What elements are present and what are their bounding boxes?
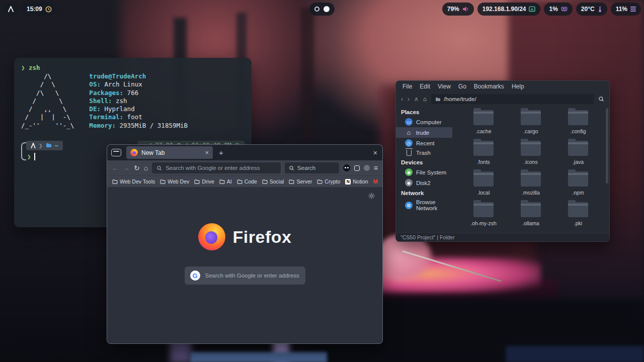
tab-title: New Tab bbox=[141, 149, 165, 156]
file-item[interactable]: .local bbox=[460, 171, 507, 196]
firefox-view-icon[interactable] bbox=[111, 149, 121, 156]
file-item[interactable]: .icons bbox=[507, 141, 554, 165]
app-menu-icon[interactable]: ≡ bbox=[374, 164, 378, 171]
sidebar-label: Computer bbox=[416, 119, 442, 125]
file-item[interactable]: .oh-my-zsh bbox=[460, 202, 507, 226]
sidebar-item-trash[interactable]: Trash bbox=[396, 148, 452, 157]
file-name: .cache bbox=[476, 128, 492, 134]
menu-edit[interactable]: Edit bbox=[420, 83, 430, 90]
nav-up-button[interactable]: ∧ bbox=[414, 96, 419, 103]
workspace-indicator[interactable] bbox=[309, 3, 335, 16]
bookmark-folder[interactable]: Code bbox=[237, 178, 257, 185]
fetch-value: Hyprland bbox=[101, 105, 135, 113]
menu-go[interactable]: Go bbox=[458, 83, 466, 90]
fetch-label: Shell: bbox=[89, 97, 112, 105]
file-item[interactable]: .cargo bbox=[507, 110, 554, 134]
fetch-value: foot bbox=[123, 113, 142, 121]
menu-bookmarks[interactable]: Bookmarks bbox=[474, 83, 504, 90]
privacy-extension-icon[interactable] bbox=[343, 164, 350, 171]
account-icon[interactable] bbox=[364, 165, 370, 171]
sidebar-item-disk2[interactable]: ◉Disk2 bbox=[396, 177, 452, 188]
folder-icon bbox=[568, 171, 588, 187]
home-icon: ⌂ bbox=[405, 129, 413, 136]
menu-help[interactable]: Help bbox=[512, 83, 524, 90]
bookmark-folder[interactable]: Web Dev bbox=[160, 178, 189, 185]
forward-button[interactable]: → bbox=[123, 164, 130, 171]
firefox-window[interactable]: New Tab × + × ← → ↻ ⌂ Search with Google… bbox=[107, 144, 383, 344]
file-item[interactable]: .config bbox=[554, 110, 602, 134]
folder-icon bbox=[521, 110, 541, 125]
path-bar[interactable]: /home/trude/ bbox=[431, 94, 594, 104]
bookmark-folder-icon bbox=[219, 179, 225, 184]
sidebar-item-recent[interactable]: ◷Recent bbox=[396, 138, 452, 148]
workspace-dot-inactive[interactable] bbox=[314, 7, 319, 12]
bookmark-notion[interactable]: NNotion bbox=[345, 178, 368, 185]
file-name: .cargo bbox=[523, 128, 538, 134]
bookmark-folder[interactable]: Web Dev Tools bbox=[112, 178, 155, 185]
clock-widget[interactable]: 15:09 bbox=[22, 3, 57, 16]
memory-widget[interactable]: 1% bbox=[544, 3, 572, 16]
file-item[interactable]: .cache bbox=[460, 110, 507, 134]
tab-new-tab[interactable]: New Tab × bbox=[126, 146, 213, 159]
extension-icon[interactable] bbox=[354, 165, 360, 171]
file-item[interactable]: .ollama bbox=[507, 202, 554, 226]
sidebar-item-home[interactable]: ⌂trude bbox=[396, 127, 452, 138]
sidebar-item-browse-network[interactable]: ◍Browse Network bbox=[396, 198, 452, 213]
temperature-widget[interactable]: 20°C bbox=[576, 3, 607, 16]
reload-button[interactable]: ↻ bbox=[134, 164, 140, 171]
start-page-search-box[interactable]: G Search with Google or enter address bbox=[185, 266, 305, 285]
menu-file[interactable]: File bbox=[403, 83, 412, 90]
volume-widget[interactable]: 79% bbox=[442, 3, 474, 16]
bookmark-folder[interactable]: Drive bbox=[194, 178, 214, 185]
file-item[interactable]: .pki bbox=[554, 202, 602, 226]
bookmark-label: Notion bbox=[353, 178, 368, 185]
file-item[interactable]: .java bbox=[554, 141, 602, 165]
folder-icon bbox=[521, 171, 541, 187]
file-name: .ollama bbox=[522, 220, 539, 226]
folder-icon bbox=[473, 110, 494, 125]
selection-info: "CS50 Project" | Folder bbox=[400, 234, 455, 240]
folder-icon bbox=[473, 202, 494, 217]
sidebar-item-filesystem[interactable]: ◉File System bbox=[396, 167, 452, 177]
notion-icon: N bbox=[345, 179, 351, 185]
sidebar-section-places: Places bbox=[396, 107, 452, 117]
battery-menu-widget[interactable]: 11% bbox=[611, 3, 641, 16]
launcher-button[interactable] bbox=[3, 3, 19, 16]
search-icon[interactable] bbox=[598, 96, 604, 102]
google-icon: G bbox=[190, 270, 200, 281]
home-button[interactable]: ⌂ bbox=[144, 164, 148, 171]
bookmark-folder[interactable]: Crypto bbox=[317, 178, 340, 185]
nav-forward-button[interactable]: › bbox=[408, 96, 410, 103]
bookmark-folder[interactable]: AI bbox=[219, 178, 232, 185]
vertical-scrollbar[interactable] bbox=[606, 108, 608, 184]
fetch-value: zsh bbox=[112, 97, 127, 105]
gmail-icon[interactable]: M bbox=[373, 178, 378, 185]
new-tab-page: Firefox G Search with Google or enter ad… bbox=[107, 187, 382, 343]
bookmark-folder[interactable]: Social bbox=[262, 178, 284, 185]
file-item[interactable]: .npm bbox=[554, 171, 602, 196]
file-manager-window[interactable]: File Edit View Go Bookmarks Help ‹ › ∧ ⌂… bbox=[395, 80, 610, 242]
back-button[interactable]: ← bbox=[112, 164, 119, 171]
battery-value: 11% bbox=[616, 6, 627, 13]
url-bar[interactable]: Search with Google or enter address bbox=[152, 162, 281, 173]
nav-home-button[interactable]: ⌂ bbox=[423, 96, 427, 103]
tab-close-icon[interactable]: × bbox=[205, 149, 209, 156]
network-widget[interactable]: 192.168.1.90/24 bbox=[477, 3, 541, 16]
file-item[interactable]: .mozilla bbox=[507, 171, 554, 196]
prompt-separator: ❯ bbox=[39, 142, 43, 149]
fetch-label: Packages: bbox=[89, 89, 123, 97]
search-bar[interactable]: Search bbox=[285, 162, 339, 173]
nav-back-button[interactable]: ‹ bbox=[401, 96, 403, 103]
file-manager-sidebar: Places ▭Computer ⌂trude ◷Recent Trash De… bbox=[396, 106, 452, 233]
file-item[interactable]: .fonts bbox=[460, 141, 507, 165]
sidebar-item-computer[interactable]: ▭Computer bbox=[396, 117, 452, 127]
new-tab-button[interactable]: + bbox=[219, 148, 223, 157]
window-close-icon[interactable]: × bbox=[373, 149, 377, 157]
sidebar-label: Disk2 bbox=[416, 180, 431, 186]
start-search-placeholder: Search with Google or enter address bbox=[205, 273, 299, 279]
personalize-gear-icon[interactable] bbox=[368, 192, 375, 200]
workspace-dot-active[interactable] bbox=[324, 6, 330, 12]
bookmark-folder[interactable]: Server bbox=[289, 178, 312, 185]
network-address: 192.168.1.90/24 bbox=[482, 6, 526, 13]
menu-view[interactable]: View bbox=[438, 83, 451, 90]
